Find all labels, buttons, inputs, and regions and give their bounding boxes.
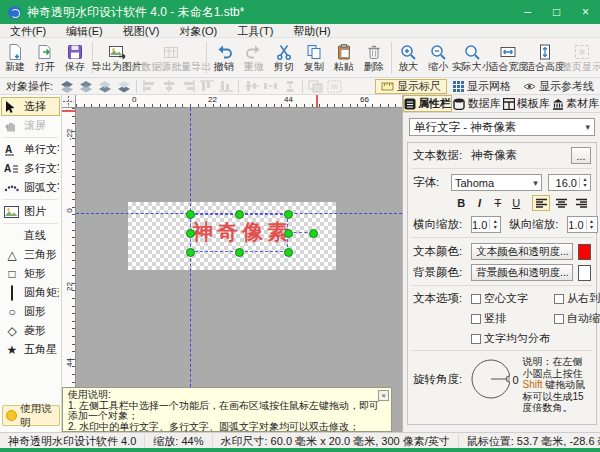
menu-help[interactable]: 帮助(H) [283, 24, 340, 38]
tab-properties[interactable]: 属性栏 [403, 95, 452, 112]
handle-top-right[interactable] [284, 210, 293, 219]
sidebar-separator [3, 223, 58, 224]
zoom-out-button[interactable]: 缩小 [423, 39, 453, 77]
show-ruler-toggle[interactable]: 显示标尺 [375, 79, 447, 94]
distribute-h-icon [261, 79, 280, 94]
object-ops-label: 对象操作: [0, 79, 57, 94]
checkbox-vertical-text[interactable]: 竖排 [471, 311, 550, 326]
tab-database[interactable]: 数据库 [452, 95, 501, 112]
text-color-swatch[interactable] [578, 244, 591, 260]
usage-note-close-button[interactable]: × [378, 390, 389, 401]
watermark-text-object[interactable]: 神奇像素 [192, 218, 292, 246]
checkbox-hollow-text[interactable]: 空心文字 [471, 291, 550, 306]
show-grid-toggle[interactable]: 显示网格 [447, 79, 517, 94]
actual-size-button[interactable]: 实际大小 [453, 39, 490, 77]
align-left-button[interactable] [532, 195, 550, 211]
save-button[interactable]: 保存 [60, 39, 90, 77]
tool-single-line-text[interactable]: A 单行文字 [1, 140, 60, 159]
copy-button[interactable]: 复制 [299, 39, 329, 77]
minimize-button[interactable]: – [513, 0, 542, 24]
handle-bottom-left[interactable] [186, 248, 195, 257]
maximize-button[interactable]: □ [542, 0, 571, 24]
text-color-button[interactable]: 文本颜色和透明度... [471, 243, 573, 260]
tool-select[interactable]: 选择 [1, 97, 60, 116]
send-to-back-icon[interactable] [114, 79, 133, 94]
design-canvas[interactable]: 神奇像素 [76, 108, 402, 432]
tool-circle[interactable]: ○ 圆形 [1, 302, 60, 321]
bring-to-front-icon[interactable] [57, 79, 76, 94]
tool-rounded-rectangle[interactable]: 圆角矩形 [1, 283, 60, 302]
menu-view[interactable]: 视图(V) [113, 24, 170, 38]
cut-button[interactable]: 剪切 [269, 39, 299, 77]
font-select[interactable]: Tahoma ▾ [451, 174, 542, 191]
mouse-y-marker [62, 110, 76, 112]
handle-middle-left[interactable] [186, 229, 195, 238]
zoom-in-button[interactable]: 放大 [393, 39, 423, 77]
checkbox-even-distribution[interactable]: 文字均匀分布 [471, 331, 550, 346]
new-button[interactable]: 新建 [0, 39, 30, 77]
paste-button[interactable]: 粘贴 [329, 39, 359, 77]
text-data-label: 文本数据: [413, 148, 471, 163]
fit-width-button[interactable]: 适合宽度 [490, 39, 527, 77]
bold-button[interactable]: B [453, 195, 469, 211]
rotation-dial[interactable] [469, 356, 510, 402]
handle-bottom-right[interactable] [284, 248, 293, 257]
tab-materials[interactable]: 素材库 [551, 95, 600, 112]
underline-button[interactable]: U [508, 195, 524, 211]
tool-triangle[interactable]: △ 三角形 [1, 245, 60, 264]
mouse-x-marker [316, 95, 318, 108]
italic-button[interactable]: I [471, 195, 487, 211]
fit-height-button[interactable]: 适合高度 [527, 39, 564, 77]
handle-middle-right[interactable] [284, 229, 293, 238]
font-size-stepper[interactable]: 16.0 ▴▾ [548, 174, 591, 191]
align-center-button[interactable] [552, 195, 570, 211]
tool-rectangle[interactable]: □ 矩形 [1, 264, 60, 283]
properties-icon [404, 98, 416, 110]
star-icon: ★ [4, 344, 20, 356]
sidebar-separator [3, 199, 58, 200]
rotation-handle[interactable] [309, 229, 318, 238]
object-selector-dropdown[interactable]: 单行文字 - 神奇像素 ▾ [409, 118, 595, 136]
app-window: 神奇透明水印设计软件 4.0 - 未命名1.stb* – □ × 文件(F) 编… [0, 0, 600, 452]
menu-edit[interactable]: 编辑(E) [56, 24, 113, 38]
handle-top-left[interactable] [186, 210, 195, 219]
hscale-stepper[interactable]: 1.0 ▴▾ [471, 216, 501, 233]
tool-arc-text[interactable]: 圆弧文字 [1, 178, 60, 197]
title-bar: 神奇透明水印设计软件 4.0 - 未命名1.stb* – □ × [0, 0, 600, 24]
align-right-button[interactable] [573, 195, 591, 211]
menu-object[interactable]: 对象(O) [169, 24, 227, 38]
menu-file[interactable]: 文件(F) [0, 24, 56, 38]
checkbox-auto-shrink-font[interactable]: 自动缩小字体 [554, 311, 600, 326]
undo-button[interactable]: 撤销 [209, 39, 239, 77]
main-area: 选择 滚屏 A 单行文字 A 多行文字 圆弧文字 图片 [0, 95, 600, 432]
tool-diamond[interactable]: ◇ 菱形 [1, 321, 60, 340]
rotation-note: 说明：在左侧小圆点上按住 Shift 键拖动鼠标可以生成15度倍数角。 [523, 356, 591, 414]
tool-line[interactable]: 直线 [1, 226, 60, 245]
vscale-stepper[interactable]: 1.0 ▴▾ [567, 216, 597, 233]
align-vcenter-icon [242, 79, 261, 94]
open-button[interactable]: 打开 [30, 39, 60, 77]
tool-image[interactable]: 图片 [1, 202, 60, 221]
menu-tools[interactable]: 工具(T) [227, 24, 283, 38]
text-data-more-button[interactable]: ... [571, 147, 591, 164]
bring-forward-icon[interactable] [76, 79, 95, 94]
show-guides-toggle[interactable]: 显示参考线 [517, 79, 600, 94]
window-bottom-border [0, 448, 600, 452]
send-backward-icon[interactable] [95, 79, 114, 94]
handle-top-center[interactable] [235, 210, 244, 219]
bg-color-swatch[interactable] [578, 265, 591, 281]
vertical-ruler: -22 0 22 44 [62, 108, 76, 432]
strikethrough-button[interactable]: T [490, 195, 506, 211]
checkbox-icon [471, 294, 481, 304]
tab-templates[interactable]: 模板库 [502, 95, 551, 112]
tool-star[interactable]: ★ 五角星 [1, 340, 60, 359]
close-button[interactable]: × [571, 0, 600, 24]
usage-help-button[interactable]: 使用说明 [2, 405, 60, 426]
handle-bottom-center[interactable] [235, 248, 244, 257]
bg-color-button[interactable]: 背景颜色和透明度... [471, 264, 573, 281]
delete-button[interactable]: 删除 [359, 39, 389, 77]
checkbox-right-to-left[interactable]: 从右到左显示 [554, 291, 600, 306]
divider [411, 350, 593, 351]
text-data-value[interactable]: 神奇像素 [471, 148, 571, 163]
tool-multi-line-text[interactable]: A 多行文字 [1, 159, 60, 178]
